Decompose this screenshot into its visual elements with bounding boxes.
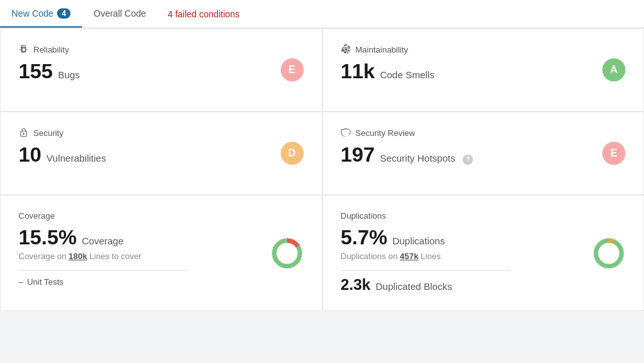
reliability-label: Bugs [58,69,79,80]
coverage-value: 15.5% [19,227,77,248]
duplications-title: Duplications [341,211,626,221]
coverage-label: Coverage [82,235,124,246]
failed-conditions[interactable]: 4 failed conditions [168,9,240,19]
reliability-badge: E [281,58,304,81]
reliability-value: 155 [19,61,53,81]
coverage-card: Coverage 15.5% Coverage Coverage on 180k… [0,195,322,311]
security-title-text: Security [33,128,63,138]
security-value: 10 [19,144,42,165]
duplications-sub-lines: 457k [400,251,418,261]
duplications-sub-prefix: Duplications on [341,251,398,261]
unit-tests-label: Unit Tests [27,277,63,287]
coverage-sub-suffix: Lines to cover [90,251,142,261]
coverage-sub-prefix: Coverage on [19,251,66,261]
duplications-sub: Duplications on 457k Lines [341,251,626,261]
maintainability-value: 11k [341,61,375,81]
tab-new-code-badge: 4 [57,8,70,19]
svg-point-4 [596,241,622,266]
coverage-title: Coverage [19,211,304,221]
unit-tests-row: – Unit Tests [19,277,304,287]
duplications-donut [592,237,625,270]
coverage-sub: Coverage on 180k Lines to cover [19,251,304,261]
tab-new-code-label: New Code [12,8,53,19]
security-review-title: Security Review [341,128,626,138]
security-review-value: 197 [341,144,375,165]
maintainability-label: Code Smells [380,69,434,80]
reliability-card: Reliability 155 Bugs E [0,28,322,112]
security-title: Security [19,128,304,138]
reliability-title: Reliability [19,44,304,55]
duplications-label: Duplications [392,235,445,246]
maintainability-title-text: Maintainability [356,45,408,55]
security-review-label: Security Hotspots [380,153,456,164]
maintainability-title: Maintainability [341,44,626,55]
maintainability-card: Maintainability 11k Code Smells A [322,28,645,112]
duplications-value: 5.7% [341,227,388,248]
tab-bar: New Code 4 Overall Code 4 failed conditi… [0,0,644,28]
coverage-title-text: Coverage [19,211,54,221]
help-icon[interactable]: ? [463,155,473,165]
lock-icon [19,128,29,138]
duplications-card: Duplications 5.7% Duplications Duplicati… [322,195,645,311]
reliability-title-text: Reliability [33,45,69,55]
duplications-title-text: Duplications [341,211,386,221]
shield-icon [341,128,351,138]
security-card: Security 10 Vulnerabilities D [0,112,322,195]
coverage-sub-lines: 180k [69,251,87,261]
security-review-badge: E [602,142,625,165]
duplications-divider [341,270,512,271]
security-review-card: Security Review 197 Security Hotspots ? … [322,112,645,195]
tab-overall-code-label: Overall Code [94,8,146,19]
coverage-donut [270,237,304,270]
duplications-sub-suffix: Lines [421,251,441,261]
gear-icon [341,44,351,55]
maintainability-badge: A [602,58,625,81]
security-label: Vulnerabilities [47,153,106,164]
dash-icon: – [19,277,23,287]
coverage-divider [19,270,190,271]
bug-icon [19,44,29,55]
duplications-label2: Duplicated Blocks [376,281,452,292]
security-badge: D [281,142,304,165]
security-review-title-text: Security Review [356,128,415,138]
metrics-grid: Reliability 155 Bugs E Maintainability 1… [0,28,644,311]
tab-new-code[interactable]: New Code 4 [0,0,82,28]
duplications-value2: 2.3k [341,277,371,292]
tab-overall-code[interactable]: Overall Code [82,0,158,28]
